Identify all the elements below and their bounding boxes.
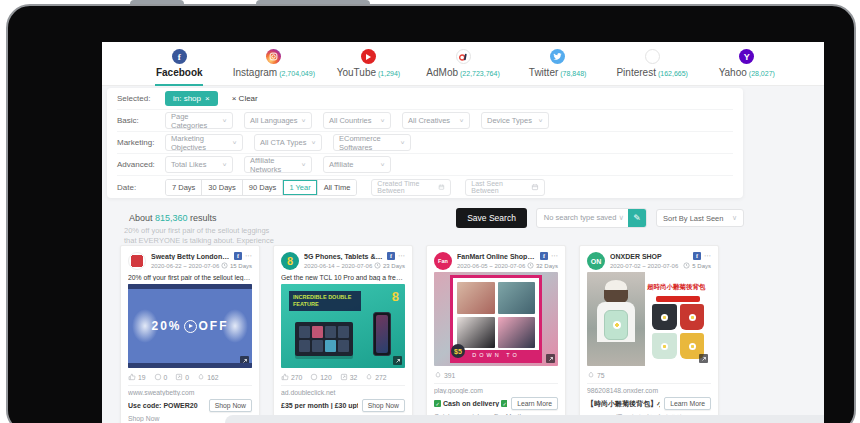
popularity-icon xyxy=(197,373,205,381)
select-cta-types[interactable]: All CTA Types∨ xyxy=(254,134,322,151)
pencil-icon: ✎ xyxy=(633,213,641,223)
ad-duration: 15 Days xyxy=(230,263,252,269)
date-range-7days[interactable]: 7 Days xyxy=(166,180,202,195)
ad-landing-url[interactable]: play.google.com xyxy=(434,383,558,394)
more-options-icon[interactable]: ⋯ xyxy=(704,252,711,260)
more-options-icon[interactable]: ⋯ xyxy=(245,252,252,260)
date-range-30days[interactable]: 30 Days xyxy=(202,180,243,195)
tab-instagram[interactable]: Instagram(2,704,049) xyxy=(227,42,322,86)
chevron-down-icon: ∨ xyxy=(311,140,316,146)
filter-panel: Selected: in: shop × × Clear Basic: Page… xyxy=(107,88,743,198)
chevron-down-icon: ∨ xyxy=(301,162,306,168)
save-search-button[interactable]: Save Search xyxy=(456,208,527,228)
shop-now-button[interactable]: Shop Now xyxy=(362,399,405,412)
ad-stats: 19 0 0 162 xyxy=(128,373,252,381)
chevron-down-icon: ∨ xyxy=(732,214,737,222)
ad-landing-url[interactable]: www.sweatybetty.com xyxy=(128,385,252,396)
advertiser-avatar[interactable] xyxy=(128,252,146,270)
chevron-down-icon: ∨ xyxy=(222,162,227,168)
date-range-1year[interactable]: 1 Year xyxy=(283,180,317,195)
results-count: 815,360 xyxy=(155,213,188,223)
expand-icon[interactable] xyxy=(699,354,708,363)
advertiser-avatar[interactable]: Fan xyxy=(434,252,452,270)
chevron-down-icon: ∨ xyxy=(222,118,227,124)
ad-creative[interactable]: 20%OFF xyxy=(128,284,252,368)
expand-icon[interactable] xyxy=(393,356,402,365)
tab-twitter[interactable]: Twitter(78,848) xyxy=(510,42,605,86)
advertiser-name[interactable]: FanMart Online Shopping - F... xyxy=(457,253,537,260)
more-options-icon[interactable]: ⋯ xyxy=(551,252,558,260)
facebook-icon: f xyxy=(387,252,395,260)
ad-card: ON ONXDER SHOP f ⋯ 2020-07-02 ~ 2020-07-… xyxy=(579,245,719,423)
ad-creative[interactable]: 超時尚小雛菊後背包 xyxy=(587,272,711,366)
admob-icon xyxy=(456,49,471,64)
advertiser-name[interactable]: ONXDER SHOP xyxy=(610,253,690,260)
saved-search-select[interactable]: No search type saved ∨ ✎ xyxy=(536,208,647,228)
filter-row-date: Date: 7 Days 30 Days 90 Days 1 Year All … xyxy=(117,176,733,198)
advertiser-name[interactable]: Sweaty Betty London | Wom... xyxy=(151,253,231,260)
tab-youtube[interactable]: YouTube(1,294) xyxy=(321,42,416,86)
tab-admob[interactable]: AdMob(22,723,764) xyxy=(416,42,511,86)
tab-label: Twitter xyxy=(529,67,558,78)
tab-yahoo[interactable]: Y Yahoo(28,027) xyxy=(699,42,794,86)
ad-landing-url[interactable]: ad.doubleclick.net xyxy=(281,385,405,396)
select-marketing-objectives[interactable]: Marketing Objectives∨ xyxy=(165,134,243,151)
price-badge: $5 xyxy=(451,344,465,358)
expand-icon[interactable] xyxy=(546,354,555,363)
more-options-icon[interactable]: ⋯ xyxy=(398,252,405,260)
tab-label: Facebook xyxy=(156,67,203,78)
pinterest-icon: P xyxy=(645,49,660,64)
ad-landing-url[interactable]: 986208148.onxder.com xyxy=(587,383,711,394)
select-countries[interactable]: All Countries∨ xyxy=(323,112,391,129)
comment-icon xyxy=(154,373,162,381)
ad-creative[interactable]: INCREDIBLE DOUBLE FEATURE 8 xyxy=(281,284,405,368)
edit-saved-search-button[interactable]: ✎ xyxy=(628,209,646,227)
advertiser-avatar[interactable]: 8 xyxy=(281,252,299,270)
comment-icon xyxy=(310,373,318,381)
tab-count: (162,665) xyxy=(658,70,688,77)
promo-text: INCREDIBLE DOUBLE FEATURE xyxy=(289,291,361,311)
ee-logo: 8 xyxy=(392,289,399,304)
select-device-types[interactable]: Device Types∨ xyxy=(481,112,549,129)
sort-select[interactable]: Sort By Last Seen∨ xyxy=(656,209,744,227)
tab-facebook[interactable]: f Facebook xyxy=(132,42,227,86)
chip-close-icon[interactable]: × xyxy=(205,94,210,103)
chevron-down-icon: ∨ xyxy=(619,213,625,222)
clear-filters-button[interactable]: × Clear xyxy=(232,94,258,103)
date-label: Date: xyxy=(117,183,165,192)
select-page-categories[interactable]: Page Categories∨ xyxy=(165,112,233,129)
ad-date-range: 2020-06-05 ~ 2020-07-06 xyxy=(457,263,525,269)
selected-filter-chip[interactable]: in: shop × xyxy=(165,91,218,106)
results-count-text: About 815,360 results xyxy=(129,213,217,223)
tab-count: (28,027) xyxy=(749,70,775,77)
shop-now-button[interactable]: Shop Now xyxy=(209,399,252,412)
learn-more-button[interactable]: Learn More xyxy=(511,397,558,410)
date-range-segment: 7 Days 30 Days 90 Days 1 Year All Time xyxy=(165,179,357,196)
select-affiliate[interactable]: Affiliate∨ xyxy=(323,156,391,173)
last-seen-between-input[interactable]: Last Seen Between xyxy=(465,179,545,196)
select-total-likes[interactable]: Total Likes∨ xyxy=(165,156,233,173)
instagram-icon xyxy=(266,49,281,64)
advertiser-name[interactable]: 5G Phones, Tablets & SIMs | ... xyxy=(304,253,384,260)
check-icon: ✓ xyxy=(501,400,507,407)
advertiser-avatar[interactable]: ON xyxy=(587,252,605,270)
select-creatives[interactable]: All Creatives∨ xyxy=(402,112,470,129)
ad-duration: 23 Days xyxy=(383,263,405,269)
selected-label: Selected: xyxy=(117,94,165,103)
share-icon xyxy=(340,373,348,381)
created-time-between-input[interactable]: Created Time Between xyxy=(371,179,451,196)
expand-icon[interactable] xyxy=(240,356,249,365)
chip-text: in: shop xyxy=(173,94,201,103)
tab-pinterest[interactable]: P Pinterest(162,665) xyxy=(605,42,700,86)
facebook-icon: f xyxy=(234,252,242,260)
date-range-90days[interactable]: 90 Days xyxy=(243,180,284,195)
select-languages[interactable]: All Languages∨ xyxy=(244,112,312,129)
select-ecommerce-softwares[interactable]: ECommerce Softwares∨ xyxy=(333,134,411,151)
learn-more-button[interactable]: Learn More xyxy=(664,397,711,410)
chevron-down-icon: ∨ xyxy=(400,140,405,146)
ad-card: 8 5G Phones, Tablets & SIMs | ... f ⋯ 20… xyxy=(273,245,413,423)
select-affiliate-networks[interactable]: Affiliate Networks∨ xyxy=(244,156,312,173)
ad-creative[interactable]: $5 DOWN TO xyxy=(434,272,558,366)
creative-badge xyxy=(656,296,700,302)
date-range-alltime[interactable]: All Time xyxy=(318,180,357,195)
